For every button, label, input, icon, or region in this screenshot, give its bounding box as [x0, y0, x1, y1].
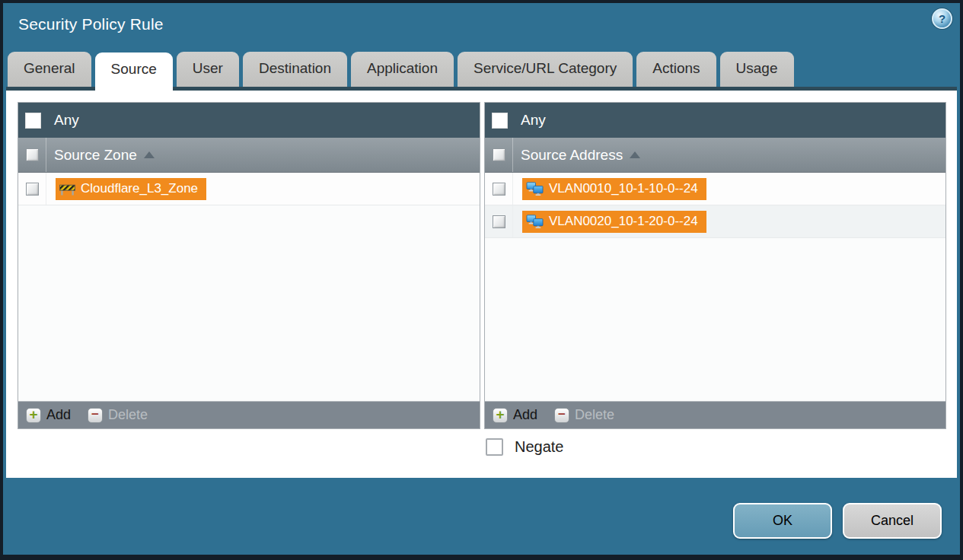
row-checkbox[interactable]: [26, 183, 39, 196]
add-button[interactable]: + Add: [26, 407, 71, 423]
tab-general[interactable]: General: [8, 52, 91, 87]
add-label: Add: [513, 407, 537, 423]
row-checkbox[interactable]: [493, 215, 505, 228]
add-button[interactable]: + Add: [493, 407, 537, 423]
dialog-button-bar: OK Cancel: [3, 482, 960, 555]
tab-destination[interactable]: Destination: [243, 52, 347, 87]
source-address-rows: VLAN0010_10-1-10-0--24: [485, 173, 945, 401]
row-checkbox[interactable]: [493, 183, 505, 196]
negate-checkbox[interactable]: [486, 438, 503, 456]
zone-barricade-icon: [59, 183, 75, 196]
source-tab-content: Any Source Zone: [6, 87, 957, 478]
source-address-column-header[interactable]: Source Address: [485, 138, 945, 173]
source-zone-any-checkbox[interactable]: [25, 113, 41, 129]
zone-chip[interactable]: Cloudflare_L3_Zone: [56, 178, 206, 200]
plus-icon: +: [493, 408, 508, 423]
delete-button[interactable]: − Delete: [88, 407, 148, 423]
minus-icon: −: [88, 408, 103, 423]
plus-icon: +: [26, 408, 41, 423]
address-chip[interactable]: VLAN0010_10-1-10-0--24: [522, 178, 706, 200]
source-zone-rows: Cloudflare_L3_Zone: [18, 173, 480, 401]
tab-user[interactable]: User: [177, 52, 239, 87]
source-address-column-label: Source Address: [521, 147, 623, 164]
tab-source[interactable]: Source: [95, 52, 173, 91]
table-row[interactable]: Cloudflare_L3_Zone: [18, 173, 480, 205]
source-zone-select-all-checkbox[interactable]: [26, 148, 39, 161]
table-row[interactable]: VLAN0020_10-1-20-0--24: [485, 205, 945, 238]
address-name: VLAN0020_10-1-20-0--24: [549, 214, 698, 229]
source-zone-any-header: Any: [18, 103, 480, 138]
zone-name: Cloudflare_L3_Zone: [81, 181, 198, 196]
source-address-any-label: Any: [521, 112, 546, 129]
security-policy-rule-dialog: Security Policy Rule ? General Source Us…: [0, 0, 963, 560]
ok-button[interactable]: OK: [733, 503, 832, 539]
sort-ascending-icon: [630, 151, 640, 158]
address-network-icon: [526, 215, 544, 229]
address-chip[interactable]: VLAN0020_10-1-20-0--24: [522, 211, 706, 233]
table-row[interactable]: VLAN0010_10-1-10-0--24: [485, 173, 945, 205]
tab-bar: General Source User Destination Applicat…: [3, 47, 960, 87]
delete-label: Delete: [575, 407, 614, 423]
tab-service-url-category[interactable]: Service/URL Category: [458, 52, 633, 87]
address-name: VLAN0010_10-1-10-0--24: [549, 181, 698, 196]
delete-button[interactable]: − Delete: [554, 407, 614, 423]
address-network-icon: [526, 182, 544, 196]
source-address-footer: + Add − Delete: [485, 401, 945, 428]
source-address-panel: Any Source Address: [484, 102, 946, 429]
source-zone-column-label: Source Zone: [54, 147, 137, 164]
tab-actions[interactable]: Actions: [636, 52, 716, 87]
negate-control: Negate: [486, 438, 564, 456]
source-address-any-checkbox[interactable]: [492, 113, 508, 129]
negate-label: Negate: [515, 438, 564, 456]
add-label: Add: [46, 407, 71, 423]
tab-application[interactable]: Application: [351, 52, 454, 87]
source-zone-panel: Any Source Zone: [18, 102, 480, 429]
dialog-titlebar: Security Policy Rule ?: [3, 3, 960, 47]
source-zone-column-header[interactable]: Source Zone: [18, 138, 480, 173]
source-address-any-header: Any: [485, 103, 945, 138]
tab-usage[interactable]: Usage: [720, 52, 794, 87]
dialog-title: Security Policy Rule: [3, 3, 960, 33]
sort-ascending-icon: [144, 151, 155, 158]
minus-icon: −: [554, 408, 569, 423]
delete-label: Delete: [108, 407, 148, 423]
source-address-select-all-checkbox[interactable]: [493, 148, 505, 161]
cancel-button[interactable]: Cancel: [843, 503, 942, 539]
help-icon[interactable]: ?: [932, 8, 952, 29]
source-zone-any-label: Any: [54, 112, 79, 129]
source-zone-footer: + Add − Delete: [18, 401, 480, 428]
